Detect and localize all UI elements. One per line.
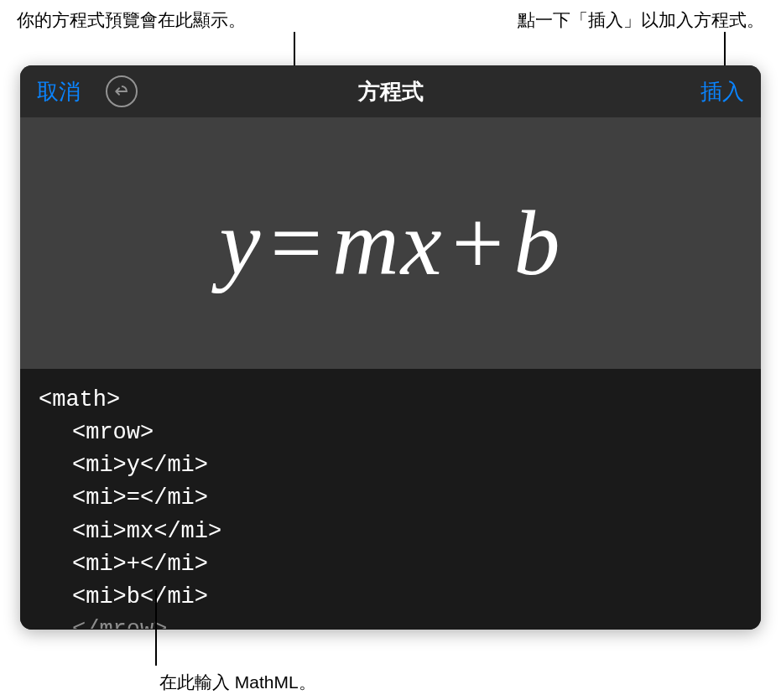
callout-input-label: 在此輸入 MathML。 [159,671,316,694]
eq-var-b: b [514,192,562,294]
equation-editor-panel: 取消 方程式 插入 y=mx+b <math> <mrow> <mi>y</mi… [20,65,761,630]
eq-equals: = [262,192,332,294]
equation-preview: y=mx+b [219,190,561,297]
callout-line [724,32,726,65]
undo-icon [114,85,129,98]
code-line: <mi>b</mi> [39,581,742,614]
callout-line [155,590,157,666]
code-line: <mi>=</mi> [39,482,742,515]
code-line: <mi>y</mi> [39,449,742,482]
code-line: <mi>+</mi> [39,548,742,581]
code-line: </mrow> [39,614,742,629]
code-line: <math> [39,384,742,417]
code-line: <mrow> [39,417,742,449]
code-line: <mi>mx</mi> [39,516,742,548]
callout-preview-label: 你的方程式預覽會在此顯示。 [17,8,246,32]
mathml-input[interactable]: <math> <mrow> <mi>y</mi> <mi>=</mi> <mi>… [20,369,761,630]
eq-var-y: y [219,192,262,294]
cancel-button[interactable]: 取消 [37,77,81,106]
panel-title: 方程式 [358,77,424,106]
toolbar: 取消 方程式 插入 [20,65,761,117]
undo-button[interactable] [106,75,138,107]
equation-preview-area: y=mx+b [20,117,761,369]
callout-insert-label: 點一下「插入」以加入方程式。 [518,8,764,32]
insert-button[interactable]: 插入 [700,77,744,106]
eq-var-mx: mx [332,192,443,294]
eq-plus: + [444,192,514,294]
